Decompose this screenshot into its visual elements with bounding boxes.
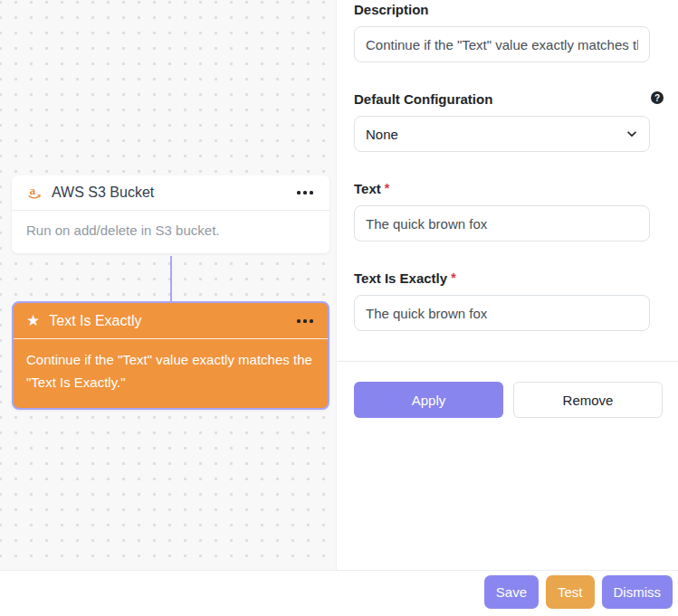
text-is-exactly-field-group: Text Is Exactly * xyxy=(354,270,664,331)
node-description: Run on add/delete in S3 bucket. xyxy=(12,211,329,253)
required-asterisk: * xyxy=(385,181,389,195)
description-field-group: Description xyxy=(354,2,664,62)
dismiss-button[interactable]: Dismiss xyxy=(602,575,673,609)
apply-button[interactable]: Apply xyxy=(354,382,503,418)
node-description: Continue if the "Text" value exactly mat… xyxy=(14,339,328,406)
required-asterisk: * xyxy=(451,270,455,285)
default-configuration-field-group: Default Configuration ? None xyxy=(354,91,664,152)
node-title: Text Is Exactly xyxy=(49,313,141,329)
test-button[interactable]: Test xyxy=(546,575,595,609)
connector-line xyxy=(170,256,172,301)
save-button[interactable]: Save xyxy=(484,575,539,609)
description-input[interactable] xyxy=(354,26,650,62)
node-header: ★ Text Is Exactly xyxy=(14,303,328,339)
workflow-editor: a AWS S3 Bucket Run on add/delete in S3 … xyxy=(0,0,678,616)
default-configuration-select[interactable]: None xyxy=(354,116,650,152)
properties-panel: Description Default Configuration ? None… xyxy=(338,0,678,571)
text-input[interactable] xyxy=(354,205,650,242)
ellipsis-menu-icon[interactable] xyxy=(295,187,315,198)
default-configuration-label: Default Configuration xyxy=(354,91,492,107)
node-aws-s3-bucket[interactable]: a AWS S3 Bucket Run on add/delete in S3 … xyxy=(12,175,329,253)
bottom-action-bar: Save Test Dismiss xyxy=(0,570,678,616)
amazon-a-icon: a xyxy=(26,185,43,201)
panel-divider xyxy=(338,361,678,362)
ellipsis-menu-icon[interactable] xyxy=(295,316,315,327)
help-icon[interactable]: ? xyxy=(651,91,664,104)
text-field-group: Text * xyxy=(354,181,664,242)
node-header: a AWS S3 Bucket xyxy=(12,175,329,211)
svg-text:a: a xyxy=(30,185,36,197)
node-text-is-exactly[interactable]: ★ Text Is Exactly Continue if the "Text"… xyxy=(12,301,329,410)
text-is-exactly-input[interactable] xyxy=(354,295,650,331)
selected-option: None xyxy=(366,127,398,142)
star-icon: ★ xyxy=(26,313,40,328)
text-label: Text xyxy=(354,181,381,196)
remove-button[interactable]: Remove xyxy=(513,382,663,418)
description-label: Description xyxy=(354,2,429,17)
text-is-exactly-label: Text Is Exactly xyxy=(354,270,447,286)
node-title: AWS S3 Bucket xyxy=(52,185,154,201)
workflow-canvas[interactable]: a AWS S3 Bucket Run on add/delete in S3 … xyxy=(0,0,337,571)
chevron-down-icon xyxy=(625,128,638,140)
